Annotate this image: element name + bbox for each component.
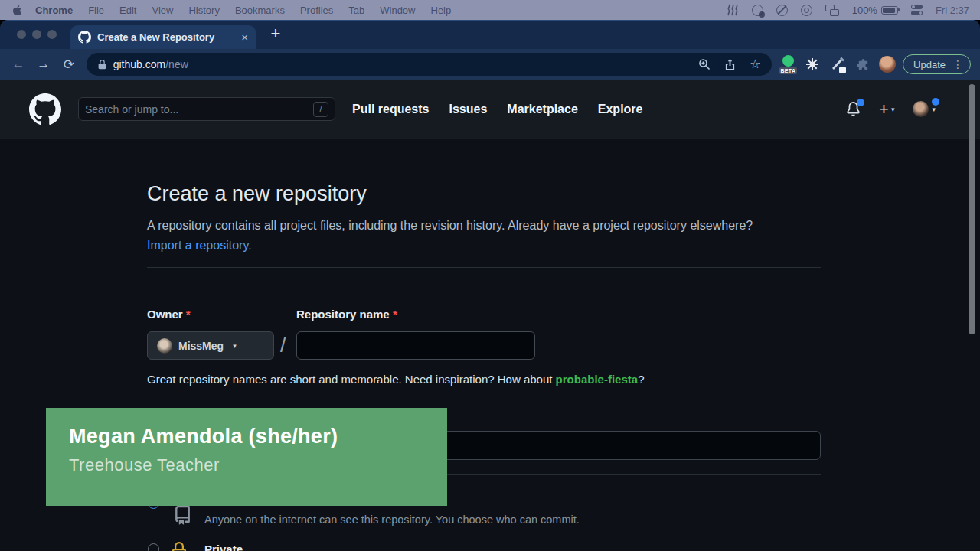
window-controls (17, 30, 57, 39)
owner-avatar (157, 338, 172, 354)
new-tab-button[interactable]: + (265, 23, 286, 44)
menubar-item-file[interactable]: File (88, 5, 104, 16)
pen-tool-extension-icon[interactable] (828, 54, 847, 74)
minimize-window-button[interactable] (32, 30, 41, 39)
forward-button[interactable]: → (34, 57, 53, 72)
owner-label: Owner * (147, 308, 191, 321)
menubar-item-view[interactable]: View (152, 5, 173, 16)
menubar-item-tab[interactable]: Tab (348, 5, 364, 16)
beta-extension-icon[interactable]: BETA (779, 54, 797, 74)
github-nav-pull-requests[interactable]: Pull requests (352, 103, 429, 116)
github-nav-marketplace[interactable]: Marketplace (507, 103, 578, 116)
github-favicon (78, 31, 91, 44)
menubar-item-history[interactable]: History (188, 5, 219, 16)
do-not-disturb-icon[interactable] (776, 5, 788, 16)
presenter-role: Treehouse Teacher (69, 455, 447, 475)
github-avatar (913, 101, 929, 117)
presenter-name: Megan Amendola (she/her) (69, 425, 447, 448)
owner-repo-separator: / (280, 334, 286, 357)
battery-percent: 100% (852, 5, 877, 16)
private-option-label[interactable]: Private (204, 543, 243, 551)
repository-name-label: Repository name * (296, 308, 397, 321)
battery-icon (881, 6, 898, 15)
menubar-item-window[interactable]: Window (380, 5, 415, 16)
search-shortcut-badge: / (313, 102, 328, 117)
github-search-input[interactable] (85, 103, 313, 116)
browser-profile-avatar[interactable] (879, 56, 896, 73)
menubar-item-edit[interactable]: Edit (119, 5, 136, 16)
close-tab-icon[interactable]: × (241, 31, 248, 43)
url-host: github.com (113, 58, 165, 70)
update-browser-button[interactable]: Update ⋮ (903, 54, 971, 74)
presenter-overlay: Megan Amendola (she/her) Treehouse Teach… (46, 408, 447, 506)
zoom-window-button[interactable] (47, 30, 57, 39)
close-window-button[interactable] (17, 30, 26, 39)
chevron-down-icon: ▾ (233, 342, 237, 350)
menubar-item-help[interactable]: Help (431, 5, 452, 16)
browser-tab[interactable]: Create a New Repository × (70, 25, 256, 49)
owner-name: MissMeg (178, 340, 224, 352)
browser-toolbar: ← → ⟳ github.com/new ☆ BETA (0, 49, 980, 80)
settings-flower-extension-icon[interactable] (803, 54, 822, 74)
public-option-description: Anyone on the internet can see this repo… (204, 514, 580, 526)
back-button[interactable]: ← (9, 57, 28, 72)
page-scrollbar-thumb[interactable] (969, 84, 975, 334)
macos-menubar: ChromeFileEditViewHistoryBookmarksProfil… (0, 0, 980, 20)
repository-name-input[interactable] (296, 331, 535, 360)
chevron-down-icon: ▾ (891, 106, 895, 113)
repo-book-icon (173, 506, 192, 525)
tab-title: Create a New Repository (97, 31, 235, 43)
lock-icon (97, 60, 107, 70)
create-new-button[interactable]: + ▾ (879, 99, 894, 119)
required-asterisk: * (393, 308, 397, 321)
github-search-box: / (78, 97, 335, 121)
extensions-puzzle-icon[interactable] (854, 54, 872, 74)
private-radio[interactable] (148, 543, 159, 551)
private-lock-icon (170, 542, 188, 551)
repo-name-hint: Great repository names are short and mem… (147, 373, 644, 386)
battery-indicator[interactable]: 100% (852, 5, 898, 16)
github-nav-explore[interactable]: Explore (598, 103, 643, 116)
menubar-item-bookmarks[interactable]: Bookmarks (235, 5, 285, 16)
page-title: Create a new repository (147, 182, 367, 206)
waves-icon[interactable] (727, 4, 739, 17)
app-status-icon[interactable] (801, 5, 812, 16)
zoom-page-icon[interactable] (698, 58, 710, 70)
browser-tab-strip: Create a New Repository × + (0, 20, 980, 49)
github-nav: Pull requestsIssuesMarketplaceExplore (352, 103, 642, 116)
apple-menu-icon[interactable] (11, 5, 23, 16)
required-asterisk: * (186, 308, 191, 321)
url-path: /new (165, 58, 188, 70)
control-center-icon[interactable] (911, 5, 923, 15)
github-header: / Pull requestsIssuesMarketplaceExplore … (0, 80, 980, 139)
browser-window: Create a New Repository × + ← → ⟳ github… (0, 20, 980, 551)
share-icon[interactable] (724, 58, 736, 70)
suggested-repo-name-link[interactable]: probable-fiesta (556, 373, 639, 386)
avatar-notification-dot (932, 98, 939, 106)
notifications-button[interactable] (846, 102, 861, 116)
browser-menu-icon[interactable]: ⋮ (952, 58, 963, 70)
menubar-item-chrome[interactable]: Chrome (35, 5, 73, 16)
menubar-status: 100% Fri 2:37 (727, 4, 969, 17)
menubar-clock[interactable]: Fri 2:37 (936, 5, 969, 16)
bookmark-star-icon[interactable]: ☆ (750, 58, 760, 70)
menubar-item-profiles[interactable]: Profiles (300, 5, 333, 16)
reload-button[interactable]: ⟳ (60, 57, 78, 73)
import-repository-link[interactable]: Import a repository. (147, 239, 252, 252)
section-divider (147, 267, 821, 268)
screen-mirroring-icon[interactable] (825, 5, 839, 16)
owner-dropdown[interactable]: MissMeg ▾ (147, 331, 274, 360)
address-bar[interactable]: github.com/new ☆ (87, 53, 772, 76)
profile-menu-button[interactable]: ▾ (913, 101, 936, 117)
intro-paragraph: A repository contains all project files,… (147, 216, 776, 256)
chevron-down-icon: ▾ (932, 106, 936, 113)
notification-dot (857, 99, 864, 106)
github-nav-issues[interactable]: Issues (449, 103, 487, 116)
wallet-status-icon[interactable] (752, 5, 763, 16)
github-logo[interactable] (29, 93, 61, 126)
menubar-items: ChromeFileEditViewHistoryBookmarksProfil… (35, 5, 451, 16)
